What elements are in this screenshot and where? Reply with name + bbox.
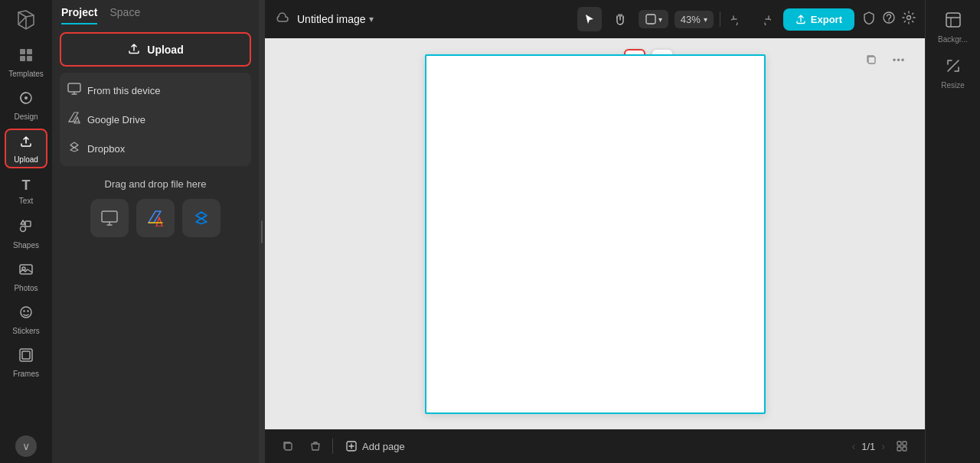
frame-chevron-icon: ▾ — [658, 15, 662, 24]
svg-rect-0 — [20, 49, 25, 54]
title-chevron-icon: ▾ — [369, 14, 374, 24]
shapes-label: Shapes — [13, 241, 39, 249]
page-delete-button[interactable] — [305, 435, 326, 457]
export-button[interactable]: Export — [783, 8, 854, 31]
svg-rect-1 — [27, 49, 32, 54]
svg-rect-17 — [646, 15, 655, 24]
svg-point-11 — [23, 310, 24, 311]
source-gdrive-label: Google Drive — [87, 114, 145, 126]
canvas-more2-btn[interactable]: ••• — [888, 49, 910, 70]
resize-panel-item[interactable]: Resize — [930, 52, 976, 95]
svg-rect-26 — [903, 442, 906, 445]
design-icon — [18, 90, 34, 109]
sidebar-item-photos[interactable]: Photos — [5, 257, 47, 297]
document-title[interactable]: Untitled image ▾ — [297, 13, 374, 25]
title-text: Untitled image — [297, 13, 366, 25]
upload-icon — [18, 133, 34, 152]
drag-gdrive-btn[interactable] — [136, 199, 175, 237]
shield-icon[interactable] — [862, 11, 876, 28]
redo-button[interactable] — [754, 8, 776, 30]
main-area: Untitled image ▾ ▾ — [265, 0, 925, 463]
dropbox-icon — [67, 140, 81, 157]
source-dropbox-btn[interactable]: Dropbox — [60, 134, 251, 163]
hand-tool-btn[interactable] — [608, 7, 632, 31]
source-options: From this device Google Drive — [60, 73, 251, 166]
svg-point-20 — [907, 16, 911, 20]
sidebar-item-stickers[interactable]: Stickers — [5, 300, 47, 340]
drag-monitor-btn[interactable] — [90, 199, 129, 237]
sidebar-item-design[interactable]: Design — [5, 86, 47, 126]
text-icon: T — [22, 178, 31, 194]
svg-rect-28 — [903, 447, 906, 451]
svg-rect-14 — [22, 351, 30, 359]
next-page-button[interactable]: › — [881, 440, 885, 452]
topbar: Untitled image ▾ ▾ — [265, 0, 925, 38]
sidebar-item-templates[interactable]: Templates — [5, 43, 47, 83]
add-page-button[interactable]: Add page — [339, 437, 411, 455]
text-label: Text — [19, 197, 33, 205]
frame-tool-btn[interactable]: ▾ — [639, 10, 668, 28]
canvas-right-actions: ••• — [861, 49, 910, 70]
svg-rect-3 — [27, 56, 32, 61]
svg-point-12 — [27, 310, 28, 311]
source-gdrive-btn[interactable]: Google Drive — [60, 105, 251, 134]
svg-rect-29 — [946, 13, 960, 27]
zoom-control[interactable]: 43% ▾ — [675, 11, 714, 28]
page-navigation: ‹ 1/1 › — [852, 440, 885, 452]
stickers-icon — [18, 305, 34, 324]
svg-point-5 — [24, 96, 28, 99]
cloud-icon — [274, 10, 289, 29]
canvas-container[interactable]: Page 1 – ••• — [265, 38, 925, 429]
zoom-value: 43% — [681, 14, 701, 25]
more-dots2-icon: ••• — [893, 54, 906, 66]
design-label: Design — [14, 112, 38, 121]
frames-icon — [18, 347, 34, 367]
panel-tabs: Project Space — [52, 0, 259, 24]
help-icon[interactable] — [882, 11, 896, 28]
select-tool-btn[interactable] — [577, 7, 602, 31]
tab-space[interactable]: Space — [109, 6, 140, 24]
stickers-label: Stickers — [12, 327, 40, 335]
prev-page-button[interactable]: ‹ — [852, 440, 856, 452]
sidebar-item-upload[interactable]: Upload — [5, 129, 47, 168]
export-label: Export — [811, 14, 842, 25]
monitor-icon — [67, 82, 81, 99]
background-icon — [945, 11, 962, 32]
svg-rect-8 — [20, 265, 32, 274]
svg-point-10 — [21, 307, 31, 318]
svg-rect-16 — [102, 211, 117, 222]
templates-label: Templates — [8, 70, 44, 78]
source-device-label: From this device — [87, 85, 160, 96]
background-label: Backgr... — [938, 35, 968, 44]
background-panel-item[interactable]: Backgr... — [930, 6, 976, 49]
drag-dropbox-btn[interactable] — [182, 199, 220, 237]
svg-rect-27 — [897, 447, 901, 451]
templates-icon — [18, 47, 34, 67]
source-device-btn[interactable]: From this device — [60, 76, 251, 105]
sidebar-item-text[interactable]: T Text — [5, 171, 47, 211]
drag-drop-label: Drag and drop file here — [67, 178, 243, 190]
panel-resize-handle[interactable] — [259, 0, 265, 463]
drag-drop-area: Drag and drop file here — [67, 178, 243, 237]
zoom-chevron-icon: ▾ — [704, 15, 707, 24]
app-logo[interactable] — [12, 6, 40, 34]
gdrive-icon — [67, 111, 81, 128]
upload-btn-label: Upload — [147, 44, 183, 56]
add-page-label: Add page — [362, 441, 405, 452]
canvas-page[interactable] — [425, 54, 766, 414]
upload-button[interactable]: Upload — [60, 32, 251, 67]
tab-project[interactable]: Project — [61, 6, 97, 24]
shapes-icon — [18, 219, 34, 238]
grid-view-button[interactable] — [891, 435, 913, 457]
canvas-copy-btn[interactable] — [861, 49, 882, 70]
sidebar-item-shapes[interactable]: Shapes — [5, 214, 47, 254]
page-copy-button[interactable] — [277, 435, 299, 457]
svg-rect-2 — [20, 56, 25, 61]
settings-icon[interactable] — [902, 11, 916, 28]
undo-button[interactable] — [727, 8, 748, 30]
svg-point-19 — [888, 21, 890, 22]
right-panel: Backgr... Resize — [925, 0, 980, 463]
sidebar-item-frames[interactable]: Frames — [5, 343, 47, 383]
panel-body: Upload From this device — [52, 24, 259, 243]
sidebar-more-button[interactable]: ∨ — [15, 435, 37, 457]
